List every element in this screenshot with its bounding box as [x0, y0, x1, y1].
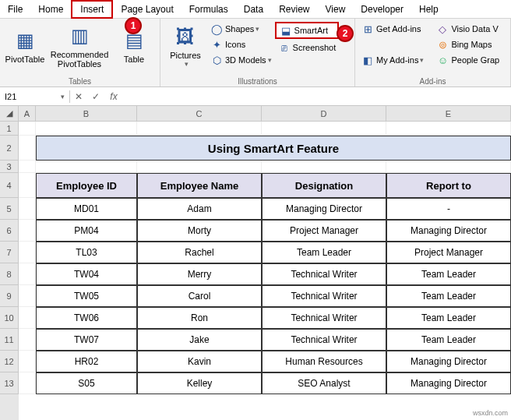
- formula-cancel-button[interactable]: ✕: [70, 91, 87, 102]
- table-cell[interactable]: Adam: [137, 198, 262, 220]
- table-cell[interactable]: Human Resources: [262, 351, 386, 372]
- cell[interactable]: [386, 122, 511, 136]
- cell[interactable]: [36, 122, 137, 136]
- menu-developer[interactable]: Developer: [353, 2, 411, 17]
- row-header[interactable]: 11: [0, 329, 19, 351]
- table-cell[interactable]: MD01: [36, 198, 137, 220]
- table-header[interactable]: Designation: [262, 173, 386, 198]
- table-cell[interactable]: TW06: [36, 307, 137, 329]
- row-header[interactable]: 8: [0, 263, 19, 285]
- pivottable-button[interactable]: ▦ PivotTable: [3, 20, 47, 72]
- cell[interactable]: [386, 161, 511, 173]
- table-cell[interactable]: Team Leader: [386, 307, 511, 329]
- cell[interactable]: [19, 285, 36, 307]
- cell[interactable]: [19, 136, 36, 161]
- row-header[interactable]: 1: [0, 122, 19, 136]
- menu-formulas[interactable]: Formulas: [181, 2, 236, 17]
- table-cell[interactable]: SEO Analyst: [262, 372, 386, 394]
- shapes-button[interactable]: ◯Shapes▾: [207, 22, 275, 36]
- recommended-pivot-button[interactable]: ▥ Recommended PivotTables: [47, 20, 112, 72]
- table-cell[interactable]: Team Leader: [386, 285, 511, 307]
- smartart-button[interactable]: ⬓SmartArt: [275, 22, 340, 39]
- table-cell[interactable]: Project Manager: [386, 242, 511, 263]
- table-header[interactable]: Employee Name: [137, 173, 262, 198]
- cell[interactable]: [36, 161, 137, 173]
- formula-enter-button[interactable]: ✓: [87, 91, 104, 102]
- table-cell[interactable]: -: [386, 198, 511, 220]
- get-addins-button[interactable]: ⊞Get Add-ins: [358, 22, 427, 36]
- table-cell[interactable]: TL03: [36, 242, 137, 263]
- table-cell[interactable]: Technical Writer: [262, 263, 386, 285]
- table-header[interactable]: Report to: [386, 173, 511, 198]
- cell[interactable]: [19, 220, 36, 242]
- row-header[interactable]: 6: [0, 220, 19, 242]
- table-cell[interactable]: Technical Writer: [262, 307, 386, 329]
- spreadsheet-grid[interactable]: ◢ 1 2 3 4 5 6 7 8 9 10 11 12 13 A B C D …: [0, 106, 511, 420]
- visio-button[interactable]: ◇Visio Data V: [433, 22, 502, 36]
- cell[interactable]: [19, 372, 36, 394]
- table-cell[interactable]: S05: [36, 372, 137, 394]
- table-cell[interactable]: Morty: [137, 220, 262, 242]
- cell[interactable]: [19, 173, 36, 198]
- table-cell[interactable]: PM04: [36, 220, 137, 242]
- select-all-triangle[interactable]: ◢: [0, 106, 19, 122]
- row-header[interactable]: 5: [0, 198, 19, 220]
- 3d-models-button[interactable]: ⬡3D Models▾: [207, 53, 275, 67]
- row-header[interactable]: 12: [0, 351, 19, 372]
- formula-input[interactable]: [123, 95, 511, 98]
- table-cell[interactable]: Project Manager: [262, 220, 386, 242]
- menu-home[interactable]: Home: [30, 2, 71, 17]
- table-cell[interactable]: Managing Director: [386, 372, 511, 394]
- title-cell[interactable]: Using SmartArt Feature: [36, 136, 511, 161]
- table-cell[interactable]: Team Leader: [386, 263, 511, 285]
- pictures-button[interactable]: 🖼 Pictures ▾: [164, 20, 207, 72]
- row-header[interactable]: 2: [0, 136, 19, 161]
- row-header[interactable]: 10: [0, 307, 19, 329]
- cell[interactable]: [137, 122, 262, 136]
- cell[interactable]: [19, 122, 36, 136]
- table-cell[interactable]: Jake: [137, 329, 262, 351]
- cell[interactable]: [19, 242, 36, 263]
- table-cell[interactable]: Carol: [137, 285, 262, 307]
- cell[interactable]: [19, 263, 36, 285]
- row-header[interactable]: 3: [0, 161, 19, 173]
- icons-button[interactable]: ✦Icons: [207, 37, 275, 51]
- col-header[interactable]: C: [137, 106, 262, 122]
- table-cell[interactable]: Kavin: [137, 351, 262, 372]
- col-header[interactable]: A: [19, 106, 36, 122]
- table-cell[interactable]: Rachel: [137, 242, 262, 263]
- table-cell[interactable]: Managing Director: [386, 351, 511, 372]
- name-box[interactable]: I21▾: [0, 90, 70, 103]
- chevron-down-icon[interactable]: ▾: [61, 93, 65, 101]
- table-header[interactable]: Employee ID: [36, 173, 137, 198]
- table-cell[interactable]: Technical Writer: [262, 329, 386, 351]
- cell[interactable]: [137, 161, 262, 173]
- table-cell[interactable]: Managing Director: [262, 198, 386, 220]
- table-cell[interactable]: Managing Director: [386, 220, 511, 242]
- menu-view[interactable]: View: [318, 2, 354, 17]
- table-cell[interactable]: TW04: [36, 263, 137, 285]
- col-header[interactable]: B: [36, 106, 137, 122]
- row-header[interactable]: 13: [0, 372, 19, 394]
- row-header[interactable]: 7: [0, 242, 19, 263]
- menu-data[interactable]: Data: [236, 2, 271, 17]
- col-header[interactable]: E: [386, 106, 511, 122]
- table-cell[interactable]: Merry: [137, 263, 262, 285]
- screenshot-button[interactable]: ⎚Screenshot: [275, 41, 340, 55]
- table-cell[interactable]: TW07: [36, 329, 137, 351]
- cell[interactable]: [19, 351, 36, 372]
- cell[interactable]: [262, 122, 386, 136]
- row-header[interactable]: 9: [0, 285, 19, 307]
- my-addins-button[interactable]: ◧My Add-ins▾: [358, 53, 427, 67]
- menu-page-layout[interactable]: Page Layout: [113, 2, 181, 17]
- row-header[interactable]: 4: [0, 173, 19, 198]
- cell[interactable]: [19, 307, 36, 329]
- col-header[interactable]: D: [262, 106, 386, 122]
- menu-file[interactable]: File: [0, 2, 30, 17]
- people-graph-button[interactable]: ☺People Grap: [433, 53, 502, 67]
- table-cell[interactable]: TW05: [36, 285, 137, 307]
- menu-insert[interactable]: Insert: [71, 0, 113, 19]
- cell[interactable]: [19, 198, 36, 220]
- menu-review[interactable]: Review: [271, 2, 317, 17]
- cell[interactable]: [262, 161, 386, 173]
